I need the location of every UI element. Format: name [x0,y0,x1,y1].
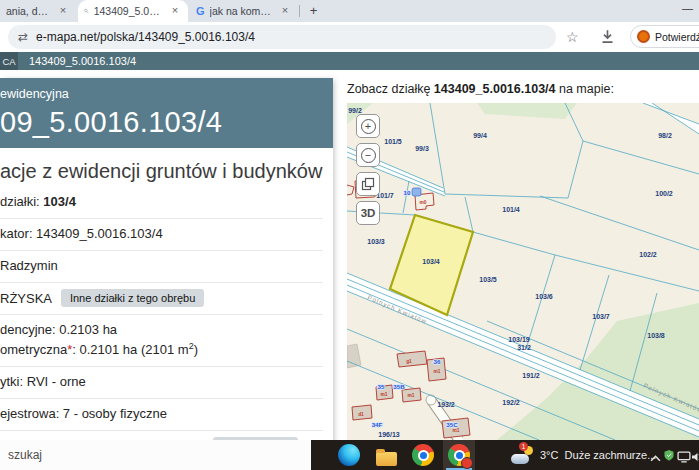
chrome-active-app[interactable] [443,440,475,470]
close-icon[interactable]: × [278,4,292,18]
tab-title: jak na komputerze zrobić zrzut [210,5,273,17]
identity-confirm-button[interactable]: Potwierdź swoją t [630,25,699,48]
cadastral-map[interactable]: 99/2101/599/399/498/2100/2101/7101/4102/… [347,103,699,440]
parcel-label: 98/2 [658,132,672,139]
parcel-label: 192/2 [502,399,520,406]
map-controls: + − 3D [356,114,380,225]
file-explorer-icon[interactable] [376,444,398,466]
download-icon[interactable] [600,29,618,47]
parcel-label: 103/5 [479,276,497,283]
parcel-label: 103/19 [508,336,530,343]
area-geometric-pre: ometryczna [0,343,67,358]
other-parcels-button[interactable]: Inne działki z tego obrębu [61,289,204,307]
zoom-out-icon: − [361,148,376,163]
layers-icon [361,177,375,191]
parcel-label: 99/2 [348,107,362,114]
address-badge: 34F [372,421,383,428]
panel-body: acje z ewidencji gruntów i budynków dzia… [0,160,333,470]
parcel-label: 31/2 [517,344,531,351]
tray-expand-chevron[interactable] [650,449,661,467]
row-registry-group: ejestrowa: 7 - osoby fizyczne [0,399,323,431]
identity-label: Potwierdź swoją t [655,31,699,43]
parcel-label: 100/2 [655,190,673,197]
map-caption-pre: Zobacz działkę [347,82,434,96]
map-caption: Zobacz działkę 143409_5.0016.103/4 na ma… [347,82,614,96]
weather-description: Duże zachmurze... [565,449,657,461]
tab-title: ania, domy, działki, loka [6,5,51,17]
row-district: RŻYSKA Inne działki z tego obrębu [0,283,323,316]
panel-title: 09_5.0016.103/4 [0,106,333,139]
site-info-icon[interactable]: ⇄ [18,30,28,44]
address-badge: 35C [446,421,458,428]
notification-badge [461,457,473,469]
panel-kicker: ewidencyjna [0,87,333,101]
magnifier-favicon-icon [84,6,89,16]
parcel-info-panel: ewidencyjna 09_5.0016.103/4 acje z ewide… [0,78,333,470]
map-caption-post: na mapie: [556,82,614,96]
chrome-icon[interactable] [412,444,434,466]
speaker-icon[interactable] [691,449,699,467]
tab-separator [299,5,300,17]
tab-parcel[interactable]: 143409_5.0016.103/4 :: Działka × [78,0,188,22]
browser-toolbar: ⇄ e-mapa.net/polska/143409_5.0016.103/4 … [0,22,699,52]
browser-tab-strip: ania, domy, działki, loka × 143409_5.001… [0,0,699,22]
identity-alert-icon [637,30,650,43]
layers-button[interactable] [356,172,380,196]
site-logo-fragment: CA [0,52,18,70]
close-icon[interactable]: × [56,4,70,18]
district-name: RŻYSKA [0,291,51,306]
section-title-registry: acje z ewidencji gruntów i budynków [0,160,323,183]
parcel-label: 196/13 [378,431,400,438]
window-minimize-button[interactable]: — [682,2,693,14]
parcel-label: 103/8 [647,332,665,339]
weather-widget[interactable]: 1 [510,443,534,467]
building-label: m1 [408,393,415,398]
address-bar[interactable]: ⇄ e-mapa.net/polska/143409_5.0016.103/4 [8,25,556,49]
area-registry: dencyjne: 0.2103 ha [0,322,117,337]
new-tab-button[interactable]: + [305,3,322,20]
address-badge: 36 [434,358,441,365]
weather-text[interactable]: 3°C Duże zachmurze... [540,440,656,470]
google-favicon-icon: G [196,5,205,17]
address-badge: 35 [378,383,385,390]
area-geometric-mid: : 0.2101 ha (2101 m [72,343,188,358]
building-label: d1 [358,412,364,417]
close-icon[interactable]: × [168,4,182,18]
parcel-label: 103/3 [367,238,385,245]
zoom-in-icon: + [361,119,376,134]
cloud-icon [511,454,529,464]
edge-icon[interactable] [338,444,360,466]
parcel-label: 103/4 [422,258,440,265]
parcel-number-label: działki: [0,194,43,209]
parcel-label: 99/3 [415,145,429,152]
building-label: m1 [453,428,460,433]
map-caption-parcel-id: 143409_5.0016.103/4 [434,82,556,96]
tab-google-search[interactable]: G jak na komputerze zrobić zrzut × [190,0,298,22]
site-header-bar: CA 143409_5.0016.103/4 [0,52,699,70]
url-text: e-mapa.net/polska/143409_5.0016.103/4 [36,30,255,44]
tab-listings[interactable]: ania, domy, działki, loka × [0,0,76,22]
taskbar-search-input[interactable]: szukaj [0,440,311,470]
row-area: dencyjne: 0.2103 ha ometryczna*: 0.2101 … [0,315,323,367]
map-marker-icon [412,188,421,196]
chrome-active-icon [448,444,470,466]
parcel-label: 99/4 [473,132,487,139]
tab-title: 143409_5.0016.103/4 :: Działka [94,5,163,17]
panel-header: ewidencyjna 09_5.0016.103/4 [0,78,333,148]
display-icon[interactable] [677,449,691,467]
defender-shield-icon[interactable] [663,448,675,466]
windows-taskbar: szukaj 1 3°C Duże zachmurze... [0,440,699,470]
row-parcel-number: działki: 103/4 [0,187,323,219]
building-label: m1 [434,369,441,374]
zoom-in-button[interactable]: + [356,114,380,138]
bookmark-star-icon[interactable]: ☆ [566,29,584,47]
zoom-out-button[interactable]: − [356,143,380,167]
address-badge: 10 [404,189,411,196]
parcel-label: 103/7 [592,313,610,320]
3d-view-button[interactable]: 3D [356,201,380,225]
parcel-label: 101/4 [502,206,520,213]
building-label: g1 [406,359,412,364]
building-label: m0 [420,200,427,205]
parcel-label: 193/2 [437,401,455,408]
screen: { "icons": { "close": "×", "new_tab": "+… [0,0,699,470]
